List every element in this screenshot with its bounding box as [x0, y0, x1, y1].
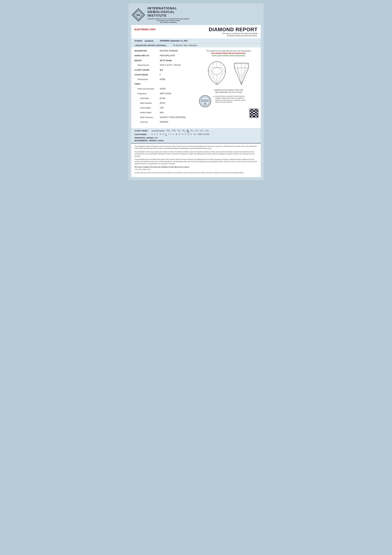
- pear-face-diagram: [206, 60, 228, 86]
- svg-line-25: [247, 63, 249, 68]
- color-grade-scale-label: COLOR GRADE :: [135, 134, 150, 135]
- page: IGI INTERNATIONAL GEMOLOGICAL INSTITUTE …: [128, 3, 264, 181]
- svg-text:IGI: IGI: [136, 14, 140, 17]
- color-e: E: [154, 133, 156, 135]
- header: IGI INTERNATIONAL GEMOLOGICAL INSTITUTE …: [131, 7, 261, 23]
- color-k: K: [170, 133, 172, 135]
- svg-line-8: [208, 68, 212, 71]
- girdle-thickness-label: Girdle Thickness: [135, 116, 160, 118]
- clarity-if: Internally Flawless: [151, 130, 165, 132]
- electronic-copy-bar: ELECTRONIC COPY DIAMOND REPORT This repo…: [131, 25, 261, 38]
- svg-line-29: [241, 68, 249, 77]
- report-number-item: NUMBER ЬС43113: [135, 40, 153, 42]
- disclaimer-text-1: The gemological analysis of diamonds, pr…: [135, 145, 257, 150]
- color-grade-value: I: [160, 73, 160, 76]
- igi-logo-icon: IGI: [131, 8, 146, 22]
- culet-size-label: Culet Size: [135, 121, 160, 123]
- lab-report-value: TO WHOM IT MAY CONCERN.: [173, 44, 197, 46]
- color-r: R: [190, 133, 192, 135]
- rights-reserved-text: All rights reserved. No part of this rep…: [135, 172, 257, 174]
- fluorescence-label: Fluorescence: [135, 78, 160, 80]
- report-subtitle-line1: This report is a statement of the diamon…: [175, 32, 257, 35]
- disclaimer-bold: This report is subject to the terms and …: [135, 166, 257, 168]
- color-g: G: [159, 133, 162, 135]
- fluorescence-row: Fluorescence NONE: [135, 78, 194, 82]
- polish-symmetry-row: Polish and Symmetry GOOD: [135, 88, 194, 92]
- culet-size-value: POINTED: [160, 121, 168, 123]
- color-m: M: [175, 133, 178, 135]
- clarity-vvs2: VVS2: [171, 130, 176, 132]
- svg-line-13: [208, 71, 212, 74]
- svg-text:IGI: IGI: [205, 104, 206, 105]
- main-content: ELECTRONIC COPY DIAMOND REPORT This repo…: [131, 25, 261, 177]
- girdle-thickness-value: SLIGHTLY THICK (FACETED): [160, 116, 185, 118]
- clarity-i1p1: I1-P1: [194, 130, 199, 132]
- color-grade-row: COLOR GRADE I: [135, 73, 194, 77]
- polish-symmetry-value: GOOD: [160, 88, 166, 90]
- lab-report-label: LABORATORY REPORT (ORIGINAL): [135, 44, 167, 46]
- lab-report-bar: LABORATORY REPORT (ORIGINAL) TO WHOM IT …: [131, 43, 261, 47]
- svg-line-9: [222, 68, 226, 71]
- weight-label: WEIGHT: [135, 59, 160, 61]
- qr-code: [250, 109, 258, 117]
- shape-cut-label: SHAPE AND CUT: [135, 55, 160, 57]
- diamond-diagrams: [206, 60, 252, 86]
- symbols-note: The symbols do not usually reflect the s…: [206, 50, 251, 57]
- proportion-margin-note: PROPORTION - MARGIN: ± 1%: [135, 137, 257, 139]
- clarity-vs1: VS1: [177, 130, 181, 132]
- measurements-margin-note: MEASUREMENTS - MARGIN: ± 0.02mm: [135, 140, 257, 141]
- color-o: O: [181, 133, 184, 135]
- description-value: NATURAL DIAMOND: [160, 50, 178, 52]
- left-panel: DESCRIPTION NATURAL DIAMOND SHAPE AND CU…: [131, 50, 197, 126]
- clarity-grade-label: CLARITY GRADE: [135, 69, 160, 71]
- measurements-value: 18.07 x 11.97 x 7.60 mm: [160, 64, 181, 66]
- svg-point-4: [212, 68, 222, 74]
- svg-line-28: [234, 68, 241, 77]
- pavilion-depth-row: Pavilion Depth 44%: [135, 111, 194, 115]
- color-q: Q: [187, 133, 189, 135]
- total-depth-value: 62.9%: [160, 97, 165, 99]
- body-section: DESCRIPTION NATURAL DIAMOND SHAPE AND CU…: [131, 47, 261, 128]
- number-value: ЬС43113: [145, 40, 153, 42]
- disclaimer-section: The gemological analysis of diamonds, pr…: [131, 143, 261, 177]
- right-panel: The symbols do not usually reflect the s…: [197, 50, 261, 126]
- crown-height-value: 13%: [160, 107, 164, 109]
- crown-height-label: Crown Height: [135, 107, 160, 109]
- clarity-i3p3: I3-P3: [205, 130, 209, 132]
- shape-cut-value: PEAR BRILLIANT: [160, 54, 175, 57]
- svg-line-17: [212, 62, 214, 68]
- location-date: ANTWERP, September 11, 2017: [160, 40, 188, 42]
- table-diameter-value: 60.5%: [160, 102, 165, 104]
- insignificant-note: insignificant external details, visible …: [214, 89, 243, 93]
- security-text: Security features included in this docum…: [215, 95, 247, 103]
- svg-line-27: [241, 68, 245, 85]
- logo-main-text: INTERNATIONAL GEMOLOGICAL INSTITUTE: [147, 7, 189, 17]
- pavilion-depth-value: 44%: [160, 111, 164, 114]
- fluorescence-value: NONE: [160, 78, 165, 80]
- disclaimer-text-2: The identification of the various specie…: [135, 151, 257, 157]
- shape-cut-row: SHAPE AND CUT PEAR BRILLIANT: [135, 54, 194, 58]
- igi-badge-icon: INTERNATIONAL GEMOLOGICAL IGI: [199, 95, 211, 107]
- electronic-copy-label: ELECTRONIC COPY: [135, 27, 175, 31]
- weight-value: 10.71 Carats: [160, 59, 172, 62]
- clarity-grade-row: CLARITY GRADE Ş 2: [135, 69, 194, 73]
- total-depth-row: Total Depth 62.9%: [135, 97, 194, 101]
- svg-line-24: [234, 63, 235, 68]
- number-label: NUMBER: [135, 40, 142, 42]
- clarity-grade-scale-row: CLARITY GRADE : Internally Flawless VVS1…: [135, 130, 257, 132]
- clarity-si1-highlight: SI1: [186, 130, 190, 132]
- logo-subtitle: SCIENTIFIC LABORATORY FOR THE IDENTIFICA…: [147, 18, 189, 23]
- svg-text:INTERNATIONAL: INTERNATIONAL: [201, 100, 209, 101]
- total-depth-label: Total Depth: [135, 97, 160, 99]
- crown-height-row: Crown Height 13%: [135, 107, 194, 110]
- color-sz: S-Z: [193, 133, 196, 135]
- table-diameter-label: Table Diameter: [135, 102, 160, 104]
- security-bullet: ●: [214, 96, 214, 97]
- svg-text:GEMOLOGICAL: GEMOLOGICAL: [201, 101, 209, 102]
- color-fancy: FANCY COLOR: [197, 133, 210, 135]
- culet-size-row: Culet Size POINTED: [135, 121, 194, 125]
- copyright-text: © IGI, 2000, edition 2013: [135, 168, 257, 171]
- pavilion-depth-label: Pavilion Depth: [135, 112, 160, 114]
- svg-line-26: [237, 68, 241, 85]
- report-title: DIAMOND REPORT: [175, 27, 257, 32]
